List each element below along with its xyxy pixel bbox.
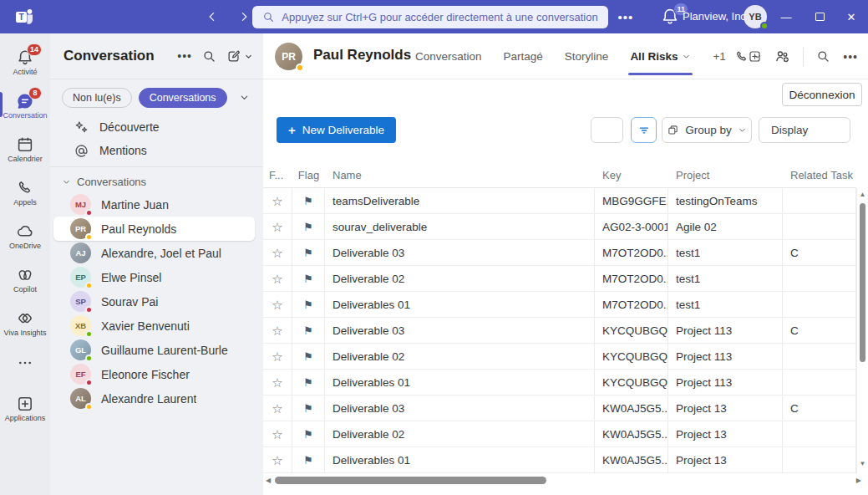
tab-storyline[interactable]: Storyline (565, 33, 609, 79)
favorite-star-icon[interactable]: ☆ (272, 273, 282, 285)
table-row[interactable]: ☆ ⚑ Deliverables 01 KW0AJ5G5... Project … (263, 447, 856, 473)
search-input[interactable] (591, 117, 623, 143)
new-chat-icon[interactable] (226, 48, 253, 64)
vertical-scroll-thumb[interactable] (860, 203, 865, 362)
chat-search-icon[interactable] (816, 49, 830, 64)
rail-item-calls[interactable]: Appels (0, 171, 50, 214)
rail-item-copilot[interactable]: Copilot (0, 258, 50, 301)
search-box[interactable]: Appuyez sur Ctrl+G pour accéder directem… (252, 6, 608, 28)
scroll-down-icon[interactable]: ▼ (857, 461, 868, 467)
filter-chats-pill[interactable]: Conversations (139, 88, 227, 108)
conversation-item[interactable]: AJ Alexandre, Joel et Paul (53, 241, 255, 265)
col-related-task[interactable]: Related Task (783, 169, 856, 181)
rail-item-viva-insights[interactable]: Viva Insights (0, 301, 50, 344)
table-row[interactable]: ☆ ⚑ Deliverable 02 KW0AJ5G5... Project 1… (263, 421, 856, 447)
table-row[interactable]: ☆ ⚑ sourav_deliverable AG02-3-0001 Agile… (263, 214, 856, 240)
horizontal-scrollbar[interactable]: ◀ ▶ (263, 475, 856, 486)
flag-icon[interactable]: ⚑ (303, 248, 313, 258)
conversation-item[interactable]: AL Alexandre Laurent (53, 386, 255, 411)
favorite-star-icon[interactable]: ☆ (272, 324, 282, 337)
logout-button[interactable]: Déconnexion (782, 83, 862, 106)
tab-partag-[interactable]: Partagé (504, 33, 543, 79)
col-name[interactable]: Name (325, 169, 595, 181)
col-key[interactable]: Key (595, 169, 668, 181)
favorite-star-icon[interactable]: ☆ (272, 195, 282, 207)
rail-item-chat[interactable]: 8 Conversation (0, 84, 50, 127)
favorite-star-icon[interactable]: ☆ (272, 402, 282, 415)
back-icon[interactable] (203, 8, 221, 26)
forward-icon[interactable] (235, 8, 253, 26)
table-row[interactable]: ☆ ⚑ teamsDeliverable MBG9GGFE... testing… (263, 188, 856, 214)
col-project[interactable]: Project (668, 169, 783, 181)
favorite-star-icon[interactable]: ☆ (272, 350, 282, 363)
favorite-star-icon[interactable]: ☆ (272, 454, 282, 467)
window-maximize-icon[interactable] (809, 7, 830, 27)
rail-item-activity[interactable]: 14 Activité (0, 40, 50, 84)
tab-conversation[interactable]: Conversation (415, 33, 482, 79)
window-close-icon[interactable]: ✕ (840, 7, 862, 27)
flag-icon[interactable]: ⚑ (303, 455, 313, 466)
panel-more-icon[interactable]: ••• (177, 49, 192, 63)
chevron-down-icon[interactable] (239, 92, 250, 103)
favorite-star-icon[interactable]: ☆ (272, 221, 282, 233)
flag-icon[interactable]: ⚑ (303, 222, 313, 232)
flag-icon[interactable]: ⚑ (303, 325, 313, 336)
vertical-scrollbar[interactable]: ▲ ▼ (856, 188, 868, 474)
nav-item-mentions[interactable]: Mentions (50, 139, 263, 162)
user-avatar[interactable]: YB (744, 5, 767, 28)
table-row[interactable]: ☆ ⚑ Deliverable 03 KW0AJ5G5... Project 1… (263, 395, 856, 421)
conversation-item[interactable]: MJ Martine Juan (53, 192, 255, 217)
flag-icon[interactable]: ⚑ (303, 273, 313, 284)
conversations-section-header[interactable]: Conversations (50, 171, 263, 192)
conversation-item[interactable]: PR Paul Reynolds (53, 217, 255, 241)
favorite-star-icon[interactable]: ☆ (272, 299, 282, 311)
table-row[interactable]: ☆ ⚑ Deliverable 02 KYCQUBGQ... Project 1… (263, 344, 856, 370)
conversation-item[interactable]: XB Xavier Benvenuti (53, 314, 255, 338)
flag-icon[interactable]: ⚑ (303, 299, 313, 310)
tab-all-risks[interactable]: All Risks (630, 33, 691, 79)
horizontal-scroll-thumb[interactable] (275, 477, 546, 484)
window-minimize-icon[interactable]: — (775, 7, 797, 27)
flag-icon[interactable]: ⚑ (303, 377, 313, 388)
titlebar-more-icon[interactable]: ••• (616, 7, 636, 27)
nav-item-découverte[interactable]: Découverte (50, 115, 263, 139)
display-button[interactable]: Display (759, 117, 850, 143)
conversation-item[interactable]: GL Guillaume Laurent-Burle (53, 338, 255, 362)
scroll-left-icon[interactable]: ◀ (266, 477, 271, 484)
new-deliverable-button[interactable]: + New Deliverable (277, 117, 396, 143)
filter-unread-pill[interactable]: Non lu(e)s (62, 88, 132, 108)
add-people-button[interactable] (774, 48, 790, 64)
rail-item-more[interactable] (0, 351, 50, 375)
conversation-item[interactable]: EP Elwe Pinsel (53, 265, 255, 289)
flag-icon[interactable]: ⚑ (303, 196, 313, 207)
flag-icon[interactable]: ⚑ (303, 403, 313, 414)
panel-search-icon[interactable] (202, 49, 216, 64)
chat-avatar[interactable]: PR (275, 43, 302, 70)
favorite-star-icon[interactable]: ☆ (272, 428, 282, 441)
scroll-right-icon[interactable]: ▶ (856, 477, 861, 484)
scroll-up-icon[interactable]: ▲ (857, 191, 868, 198)
flag-icon[interactable]: ⚑ (303, 351, 313, 362)
rail-item-calendar[interactable]: Calendrier (0, 127, 50, 171)
table-row[interactable]: ☆ ⚑ Deliverables 01 KYCQUBGQ... Project … (263, 370, 856, 395)
col-favorite[interactable]: F... (263, 169, 292, 181)
filter-button[interactable] (631, 117, 657, 143)
table-row[interactable]: ☆ ⚑ Deliverable 02 M7OT2OD0... test1 (263, 266, 856, 292)
chat-more-icon[interactable]: ••• (843, 50, 858, 64)
table-row[interactable]: ☆ ⚑ Deliverables 01 M7OT2OD0... test1 (263, 292, 856, 318)
call-button[interactable] (734, 49, 762, 64)
favorite-star-icon[interactable]: ☆ (272, 247, 282, 259)
rail-item-onedrive[interactable]: OneDrive (0, 214, 50, 258)
notifications-bell-icon[interactable]: 11 (660, 7, 682, 28)
table-row[interactable]: ☆ ⚑ Deliverable 03 KYCQUBGQ... Project 1… (263, 318, 856, 344)
col-flag[interactable]: Flag (292, 169, 325, 181)
more-tabs-badge[interactable]: +1 (713, 50, 725, 63)
rail-item-apps[interactable]: Applications (0, 386, 50, 430)
table-row[interactable]: ☆ ⚑ Deliverable 03 M7OT2OD0... test1 C (263, 240, 856, 266)
favorite-star-icon[interactable]: ☆ (272, 376, 282, 389)
conversation-item[interactable]: EF Eleonore Fischer (53, 362, 255, 386)
org-name[interactable]: Planview, Inc. (683, 10, 741, 23)
flag-icon[interactable]: ⚑ (303, 429, 313, 440)
conversation-item[interactable]: SP Sourav Pai (53, 289, 255, 314)
group-by-button[interactable]: Group by (662, 117, 752, 143)
